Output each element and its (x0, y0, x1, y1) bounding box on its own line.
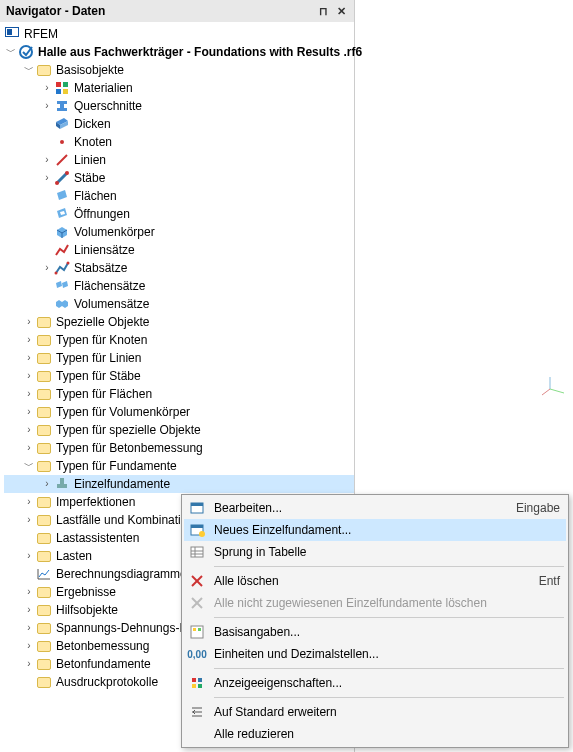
folder-icon (36, 314, 52, 330)
tree-flaechensaetze[interactable]: Flächensätze (4, 277, 354, 295)
svg-rect-35 (192, 684, 196, 688)
folder-icon (36, 530, 52, 546)
tree-oeffnungen[interactable]: Öffnungen (4, 205, 354, 223)
tree-volumenkoerper[interactable]: Volumenkörper (4, 223, 354, 241)
toggle-icon[interactable]: › (22, 513, 36, 527)
ctx-display[interactable]: Anzeigeeigenschaften... (184, 672, 566, 694)
tree-basisobjekte[interactable]: ﹀ Basisobjekte (4, 61, 354, 79)
ctx-basic[interactable]: Basisangaben... (184, 621, 566, 643)
node-label: Öffnungen (74, 205, 130, 223)
tree-materialien[interactable]: › Materialien (4, 79, 354, 97)
ctx-delete-all[interactable]: Alle löschen Entf (184, 570, 566, 592)
tree-staebe[interactable]: › Stäbe (4, 169, 354, 187)
tree-knoten[interactable]: Knoten (4, 133, 354, 151)
tree-typ-flaechen[interactable]: ›Typen für Flächen (4, 385, 354, 403)
toggle-icon[interactable]: › (22, 657, 36, 671)
app-icon (4, 26, 20, 42)
toggle-icon[interactable]: › (40, 99, 54, 113)
toggle-icon[interactable]: › (22, 333, 36, 347)
node-label: Betonfundamente (56, 655, 151, 673)
toggle-icon[interactable]: › (22, 423, 36, 437)
tree-typ-volumen[interactable]: ›Typen für Volumenkörper (4, 403, 354, 421)
node-label: Lastassistenten (56, 529, 139, 547)
tree-querschnitte[interactable]: › Querschnitte (4, 97, 354, 115)
svg-rect-32 (198, 628, 201, 631)
tree-typ-knoten[interactable]: ›Typen für Knoten (4, 331, 354, 349)
toggle-icon[interactable]: › (22, 495, 36, 509)
pin-button[interactable]: ⊓ (314, 3, 332, 19)
node-label: Volumensätze (74, 295, 149, 313)
tree-stabsaetze[interactable]: › Stabsätze (4, 259, 354, 277)
toggle-icon[interactable]: › (22, 441, 36, 455)
toggle-icon[interactable]: ﹀ (4, 45, 18, 59)
tree-spezielle[interactable]: ›Spezielle Objekte (4, 313, 354, 331)
ctx-label: Neues Einzelfundament... (214, 523, 560, 537)
tree-volumensaetze[interactable]: Volumensätze (4, 295, 354, 313)
svg-point-14 (67, 262, 70, 265)
ctx-edit[interactable]: Bearbeiten... Eingabe (184, 497, 566, 519)
tree-typ-beton[interactable]: ›Typen für Betonbemessung (4, 439, 354, 457)
ctx-collapse[interactable]: Alle reduzieren (184, 723, 566, 745)
panel-title: Navigator - Daten (4, 4, 314, 18)
tree-liniensaetze[interactable]: Liniensätze (4, 241, 354, 259)
toggle-icon[interactable]: › (22, 621, 36, 635)
node-label: Imperfektionen (56, 493, 135, 511)
toggle-icon[interactable]: › (40, 81, 54, 95)
toggle-icon[interactable]: › (22, 603, 36, 617)
toggle-icon[interactable]: › (22, 549, 36, 563)
tree-typ-linien[interactable]: ›Typen für Linien (4, 349, 354, 367)
node-label: Typen für Betonbemessung (56, 439, 203, 457)
surfaceset-icon (54, 278, 70, 294)
folder-icon (36, 584, 52, 600)
toggle-icon[interactable]: › (22, 405, 36, 419)
folder-icon (36, 458, 52, 474)
svg-rect-18 (191, 503, 203, 506)
ctx-units[interactable]: 0,00 Einheiten und Dezimalstellen... (184, 643, 566, 665)
table-icon (186, 543, 208, 561)
svg-rect-5 (63, 82, 68, 87)
tree-typ-fundamente[interactable]: ﹀Typen für Fundamente (4, 457, 354, 475)
toggle-icon[interactable]: › (40, 261, 54, 275)
node-label: Spezielle Objekte (56, 313, 149, 331)
close-button[interactable]: ✕ (332, 3, 350, 19)
svg-rect-34 (198, 678, 202, 682)
node-label: Basisobjekte (56, 61, 124, 79)
svg-line-9 (57, 155, 67, 165)
toggle-icon[interactable]: ﹀ (22, 459, 36, 473)
toggle-icon[interactable]: › (22, 315, 36, 329)
tree-typ-staebe[interactable]: ›Typen für Stäbe (4, 367, 354, 385)
surface-icon (54, 188, 70, 204)
ctx-label: Alle reduzieren (214, 727, 560, 741)
tree-flaechen[interactable]: Flächen (4, 187, 354, 205)
settings-icon (186, 623, 208, 641)
tree-typ-spezielle[interactable]: ›Typen für spezielle Objekte (4, 421, 354, 439)
toggle-icon[interactable]: › (40, 171, 54, 185)
toggle-icon[interactable]: › (22, 585, 36, 599)
svg-rect-20 (191, 525, 203, 528)
toggle-icon[interactable]: › (22, 369, 36, 383)
svg-rect-31 (193, 628, 196, 631)
node-label: Lasten (56, 547, 92, 565)
svg-point-8 (60, 140, 64, 144)
svg-point-11 (55, 181, 59, 185)
svg-point-13 (55, 272, 58, 275)
tree-root-rfem[interactable]: RFEM (4, 25, 354, 43)
tree-einzelfundamente[interactable]: › Einzelfundamente (4, 475, 354, 493)
toggle-icon[interactable]: › (40, 153, 54, 167)
tree-dicken[interactable]: Dicken (4, 115, 354, 133)
ctx-expand[interactable]: Auf Standard erweitern (184, 701, 566, 723)
svg-rect-16 (57, 484, 67, 488)
tree-linien[interactable]: › Linien (4, 151, 354, 169)
ctx-new[interactable]: Neues Einzelfundament... (184, 519, 566, 541)
node-label: Stabsätze (74, 259, 127, 277)
svg-rect-6 (56, 89, 61, 94)
toggle-icon[interactable]: › (22, 387, 36, 401)
ctx-jump[interactable]: Sprung in Tabelle (184, 541, 566, 563)
toggle-icon[interactable]: › (22, 351, 36, 365)
toggle-icon[interactable]: › (22, 639, 36, 653)
svg-point-12 (65, 171, 69, 175)
tree-project[interactable]: ﹀ Halle aus Fachwerkträger - Foundations… (4, 43, 354, 61)
toggle-icon[interactable]: ﹀ (22, 63, 36, 77)
toggle-icon[interactable]: › (40, 477, 54, 491)
folder-icon (36, 620, 52, 636)
